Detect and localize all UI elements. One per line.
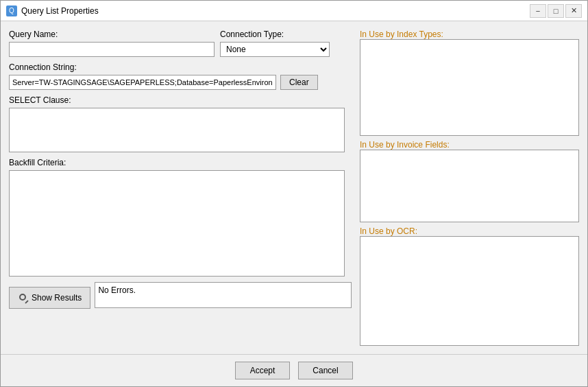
app-icon: Q	[6, 5, 17, 16]
left-panel: Query Name: Connection Type: None Connec…	[9, 30, 352, 346]
window-title: Query List Properties	[21, 6, 530, 16]
close-button[interactable]: ✕	[565, 4, 582, 18]
query-name-label: Query Name:	[9, 30, 215, 39]
connection-type-label: Connection Type:	[220, 30, 330, 39]
app-icon-letter: Q	[9, 7, 14, 14]
connection-type-group: Connection Type: None	[220, 30, 330, 57]
content-area: Query Name: Connection Type: None Connec…	[1, 21, 587, 354]
in-use-ocr-label: In Use by OCR:	[360, 226, 579, 236]
footer: Accept Cancel	[1, 354, 587, 386]
select-clause-textarea[interactable]	[9, 108, 345, 152]
in-use-invoice-listbox[interactable]	[360, 150, 579, 222]
accept-button[interactable]: Accept	[235, 362, 290, 379]
query-name-input[interactable]	[9, 42, 215, 57]
maximize-button[interactable]: □	[548, 4, 564, 18]
in-use-index-listbox[interactable]	[360, 39, 579, 136]
window-controls: − □ ✕	[530, 4, 582, 18]
in-use-index-label: In Use by Index Types:	[360, 30, 579, 39]
connection-string-input[interactable]	[9, 75, 276, 90]
backfill-criteria-group: Backfill Criteria:	[9, 158, 352, 277]
backfill-criteria-label: Backfill Criteria:	[9, 158, 352, 167]
connection-type-select[interactable]: None	[220, 42, 330, 57]
in-use-invoice-label: In Use by Invoice Fields:	[360, 140, 579, 150]
in-use-index-group: In Use by Index Types:	[360, 30, 579, 136]
query-list-properties-window: Q Query List Properties − □ ✕ Query Name…	[0, 0, 588, 387]
top-fields-row: Query Name: Connection Type: None	[9, 30, 352, 57]
in-use-invoice-group: In Use by Invoice Fields:	[360, 140, 579, 222]
connection-string-label: Connection String:	[9, 62, 352, 72]
show-results-button[interactable]: Show Results	[9, 287, 90, 309]
search-icon	[18, 293, 27, 303]
title-bar: Q Query List Properties − □ ✕	[1, 1, 587, 21]
query-name-group: Query Name:	[9, 30, 215, 57]
clear-button[interactable]: Clear	[280, 75, 318, 90]
connection-string-row: Clear	[9, 75, 352, 90]
bottom-bar: Show Results	[9, 282, 352, 314]
select-clause-label: SELECT Clause:	[9, 95, 352, 105]
in-use-ocr-group: In Use by OCR:	[360, 226, 579, 346]
errors-textarea[interactable]	[95, 282, 352, 308]
minimize-button[interactable]: −	[530, 4, 546, 18]
select-clause-group: SELECT Clause:	[9, 95, 352, 152]
cancel-button[interactable]: Cancel	[298, 362, 353, 379]
right-panel-inner: In Use by Index Types: In Use by Invoice…	[360, 30, 579, 346]
in-use-ocr-listbox[interactable]	[360, 236, 579, 346]
show-results-label: Show Results	[32, 293, 82, 303]
right-panel: In Use by Index Types: In Use by Invoice…	[360, 30, 579, 346]
connection-string-group: Connection String: Clear	[9, 62, 352, 90]
backfill-criteria-textarea[interactable]	[9, 170, 345, 277]
